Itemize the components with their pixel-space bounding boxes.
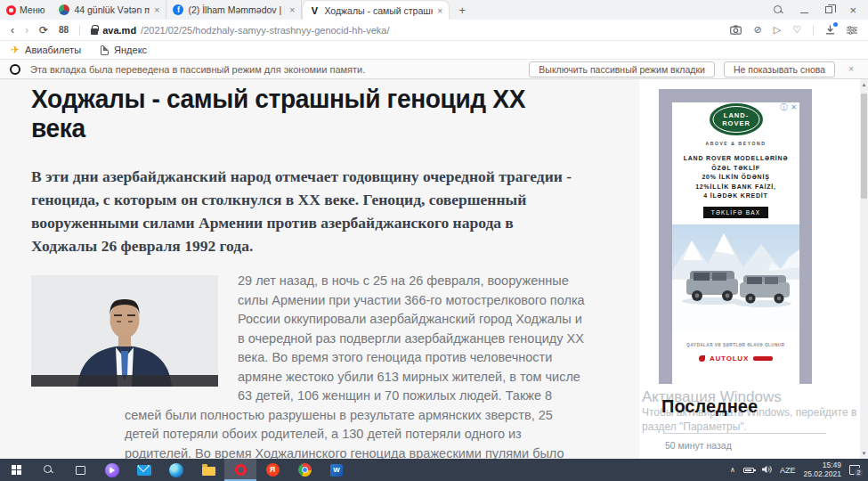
scroll-up-icon[interactable]: ▲ [860,82,868,87]
taskbar-mail[interactable] [128,459,160,481]
snapshot-camera-icon[interactable] [730,25,742,35]
taskbar-edge[interactable] [160,459,192,481]
ad-close-icon[interactable]: ✕ [791,104,797,111]
taskbar-clock[interactable]: 15:49 25.02.2021 [803,461,841,478]
divider [813,25,814,36]
airplane-icon: ✈ [11,44,20,56]
adblock-icon[interactable]: ⊘ [753,24,761,36]
ad-car-image [672,224,799,331]
downloads-icon[interactable] [825,25,835,35]
word-icon [330,464,343,477]
url-field[interactable]: ava.md/2021/02/25/hodzhaly-samyy-strashn… [91,25,719,36]
latest-heading: Последнее [661,396,758,417]
lock-icon[interactable] [91,29,98,35]
speaker-icon[interactable] [762,465,772,476]
url-host: ava.md [102,25,136,36]
easy-setup-icon[interactable] [847,26,857,35]
taskbar-chrome[interactable] [288,459,320,481]
ad-banner[interactable]: ⓘ ✕ LAND- ROVER ABOVE & BEYOND LAND ROVE… [659,89,812,384]
ad-terms: QAYDALAR VƏ ŞƏRTLƏR ƏLAVƏ OLUNUR [672,343,799,347]
scroll-down-icon[interactable]: ▼ [860,451,868,456]
tab-bar: Меню 44 günlük Vətən müharibə × (2) İlha… [0,0,868,20]
notification-badge: 2 [854,468,864,477]
action-center-icon[interactable]: 2 [849,465,860,475]
tab-khojaly-active[interactable]: Ходжалы - самый страшн × [302,0,450,20]
tab-close-icon[interactable]: × [437,5,442,16]
new-tab-button[interactable]: + [450,0,475,20]
windows-logo-icon [12,465,21,475]
page-content: Ходжалы - самый страшный геноцид XX века… [0,79,868,459]
taskbar-explorer[interactable] [192,459,224,481]
tab-close-icon[interactable]: × [154,4,159,15]
ad-cta-button[interactable]: TƏKLİFƏ BAX [703,207,769,218]
taskbar-alice[interactable] [96,459,128,481]
ad-offer-text: LAND ROVER MODELLƏRİNƏ ÖZƏL TƏKLİF 20% İ… [672,154,799,201]
dealer-phone-icon [753,356,773,361]
close-window-button[interactable]: × [849,4,856,16]
dont-show-again-button[interactable]: Не показывать снова [724,61,835,77]
tab-facebook[interactable]: (2) İlham Məmmədov | Fac × [166,0,302,20]
svg-text:LAND-: LAND- [723,111,748,119]
notification-close-icon[interactable]: × [848,64,854,74]
taskbar-search-button[interactable] [32,459,64,481]
article: Ходжалы - самый страшный геноцид XX века… [31,79,601,459]
disable-passive-mode-button[interactable]: Выключить пассивный режим вкладки [529,61,715,77]
start-button[interactable] [0,459,32,481]
bookmarks-bar: ✈ Авиабилеты Яндекс [0,41,868,60]
passive-tab-notification: Эта вкладка была переведена в пассивный … [0,60,868,79]
edge-icon [169,463,183,477]
task-view-icon [76,466,85,475]
back-icon[interactable]: ‹ [11,24,14,37]
ad-dealer-row: AUTOLUX [672,355,799,363]
chrome-icon [298,463,312,477]
restore-button[interactable] [825,6,832,13]
notification-actions: Выключить пассивный режим вкладки Не пок… [529,61,858,77]
search-tabs-icon[interactable] [774,5,783,15]
alice-icon [105,463,119,477]
menu-label: Меню [20,4,45,15]
portrait-photo [31,275,218,387]
opera-logo-icon [6,5,16,15]
scrollbar[interactable]: ▲ ▼ [860,79,868,459]
autolux-logo-icon [699,355,705,362]
folder-icon [202,467,215,476]
taskbar-opera-active[interactable] [224,459,256,481]
ad-controls: ⓘ ✕ [780,104,797,111]
scrollbar-thumb[interactable] [861,94,867,199]
speed-dial-badge[interactable]: 88 [59,25,69,35]
download-notification-dot [833,22,838,27]
taskbar-word[interactable] [320,459,353,481]
task-view-button[interactable] [64,459,96,481]
page-icon [101,45,109,55]
tab-vatan-muharibesi[interactable]: 44 günlük Vətən müharibə × [53,0,166,20]
reload-icon[interactable]: ⟳ [39,24,48,37]
site-favicon [59,4,69,15]
language-indicator[interactable]: AZE [780,466,796,475]
ad-info-icon[interactable]: ⓘ [780,104,787,111]
minimize-button[interactable] [800,12,808,13]
battery-icon[interactable] [743,468,754,473]
latest-timestamp: 50 минут назад [665,440,732,451]
forward-icon[interactable]: › [25,24,28,37]
yandex-icon [266,463,280,477]
facebook-icon [173,4,183,15]
mail-icon [137,465,151,476]
svg-text:ROVER: ROVER [722,119,750,127]
tray-expand-icon[interactable]: ∧ [730,466,735,474]
screen: Меню 44 günlük Vətən müharibə × (2) İlha… [0,0,868,481]
opera-icon [235,464,247,476]
bookmark-heart-icon[interactable]: ♡ [792,24,801,36]
windows-taskbar: ∧ AZE 15:49 25.02.2021 2 [0,459,868,481]
tab-close-icon[interactable]: × [289,4,295,15]
search-icon [44,465,53,475]
taskbar-yandex-browser[interactable] [256,459,288,481]
bookmark-yandex[interactable]: Яндекс [101,45,147,55]
article-lead: В эти дни азербайджанский народ отмечает… [31,165,576,257]
bookmark-aviabilety[interactable]: ✈ Авиабилеты [11,44,81,56]
ad-content: ⓘ ✕ LAND- ROVER ABOVE & BEYOND LAND ROVE… [672,102,799,397]
url-path: /2021/02/25/hodzhaly-samyy-strashnyy-gen… [141,25,389,36]
opera-menu-button[interactable]: Меню [0,0,53,20]
latest-divider [663,433,826,434]
system-tray: ∧ AZE 15:49 25.02.2021 2 [730,461,868,478]
my-flow-icon[interactable]: ▷ [774,24,781,36]
